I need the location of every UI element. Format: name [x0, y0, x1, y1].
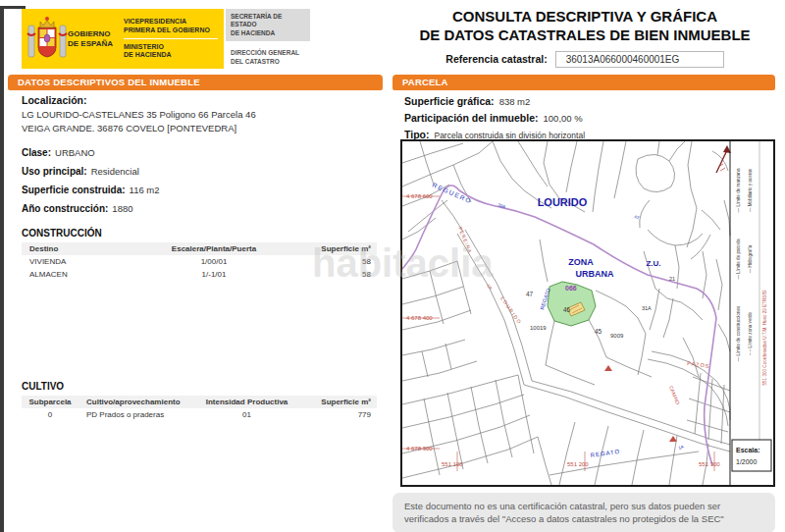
- legend-item-mobiliario: — Mobiliario y aceras: [748, 168, 753, 212]
- utm-coord-y3: 4 678 300: [406, 446, 433, 452]
- cultivo-section: CULTIVO Subparcela Cultivo/aprovechamien…: [22, 381, 377, 421]
- document-title-block: CONSULTA DESCRIPTIVA Y GRÁFICA DE DATOS …: [392, 8, 777, 68]
- localizacion-label: Localización:: [22, 94, 377, 106]
- cadastral-map: LOURIDO ZONA URBANA Z.U. REGUERO REGATO …: [402, 141, 773, 485]
- north-arrow-icon: [716, 145, 731, 173]
- map-label-urbana: URBANA: [576, 269, 614, 279]
- secretaria-block: SECRETARÍA DE ESTADO DE HACIENDA DIRECCI…: [226, 9, 310, 66]
- parcel-number-21: 21: [669, 276, 675, 282]
- map-label-road-camino: CAMINO: [668, 385, 681, 405]
- page-left-edge: [0, 6, 4, 532]
- scale-box: [732, 440, 771, 471]
- legend-item-zona-verde: – – Límite zona verde: [748, 311, 753, 355]
- parcel-number-10019: 10019: [530, 325, 547, 331]
- parcel-number-1a: 1A: [678, 444, 685, 451]
- utm-grid-ticks: [402, 196, 714, 471]
- utm-coord-x2: 551 200: [567, 461, 589, 467]
- localizacion-line2: VEIGA GRANDE. 36876 COVELO [PONTEVEDRA]: [22, 123, 377, 133]
- map-label-regato-bottom: REGATO: [590, 449, 620, 458]
- river-hidrografia: [402, 186, 716, 465]
- utm-coord-y2: 4 678 400: [406, 315, 433, 321]
- river-number-42: 42: [634, 214, 641, 220]
- scale-value: 1/2000: [736, 458, 758, 465]
- direccion-catastro-label: DIRECCIÓN GENERAL DEL CATASTRO: [226, 49, 310, 66]
- ministry-labels: VICEPRESIDENCIA PRIMERA DEL GOBIERNO MIN…: [124, 18, 218, 60]
- scale-label: Escala:: [736, 447, 760, 453]
- cultivo-title: CULTIVO: [22, 381, 377, 392]
- vicepresidencia-label: VICEPRESIDENCIA PRIMERA DEL GOBIERNO: [124, 18, 218, 34]
- parcel-number-9009: 9009: [610, 333, 624, 339]
- uso-principal-field: Uso principal:Residencial: [22, 163, 377, 178]
- manzana-number: 066: [565, 285, 577, 292]
- ministry-divider: [124, 38, 218, 39]
- property-fields: Clase:URBANO Uso principal:Residencial S…: [22, 144, 377, 215]
- legend-item-hidrografia: — Hidrografía: [748, 244, 753, 273]
- table-row: 0 PD Prados o praderas 01 779: [22, 408, 377, 421]
- map-label-road-cr: CR: [486, 283, 494, 291]
- spain-coat-of-arms-icon: [26, 14, 68, 65]
- river-number-30a: 30A: [497, 202, 506, 209]
- participacion-field: Participación del inmueble:100,00 %: [404, 109, 775, 126]
- legend-item-manzana: — Límite de manzana: [736, 168, 741, 212]
- parcela-panel: Superficie gráfica:838 m2 Participación …: [404, 92, 775, 143]
- secretaria-label: SECRETARÍA DE ESTADO DE HACIENDA: [226, 9, 310, 41]
- cultivo-table-header: Subparcela Cultivo/aprovechamiento Inten…: [22, 396, 377, 408]
- legend-item-parcela: — Límite de parcela: [736, 239, 741, 280]
- section-bar-datos-descriptivos: DATOS DESCRIPTIVOS DEL INMUEBLE: [8, 75, 383, 90]
- government-logo-block: GOBIERNO DE ESPAÑA VICEPRESIDENCIA PRIME…: [22, 9, 224, 69]
- referencia-label: Referencia catastral:: [445, 53, 547, 65]
- cadastral-document-page: GOBIERNO DE ESPAÑA VICEPRESIDENCIA PRIME…: [0, 0, 785, 532]
- parcel-number-31a: 31A: [642, 305, 652, 311]
- parcel-number-47: 47: [526, 291, 534, 297]
- superficie-grafica-field: Superficie gráfica:838 m2: [404, 92, 775, 109]
- map-label-road-pazos: PAZOS: [687, 360, 710, 369]
- ministerio-label: MINISTERIO DE HACIENDA: [124, 43, 218, 60]
- construccion-table: Destino Escalera/Planta/Puerta Superfici…: [22, 242, 377, 281]
- map-label-zona: ZONA: [568, 257, 594, 267]
- gobierno-espana-label: GOBIERNO DE ESPAÑA: [68, 29, 119, 49]
- utm-coord-x1: 551 100: [442, 461, 463, 467]
- parcel-number-45: 45: [595, 328, 602, 335]
- superficie-construida-field: Superficie construida:116 m2: [22, 182, 377, 196]
- parcel-number-46: 46: [563, 306, 571, 313]
- legend-item-construcciones: — Límite de construcciones: [736, 305, 741, 361]
- legend-utm-note: 551 300 Coordenadas U.T.M. Huso 29 ETRS8…: [762, 290, 767, 385]
- survey-mark: [604, 365, 612, 371]
- clase-field: Clase:URBANO: [22, 144, 377, 159]
- referencia-value: 36013A066000460001EG: [555, 51, 724, 68]
- table-row: VIVIENDA 1/00/01 58: [22, 255, 377, 268]
- referencia-catastral-row: Referencia catastral: 36013A066000460001…: [392, 51, 777, 68]
- cultivo-table: Subparcela Cultivo/aprovechamiento Inten…: [22, 396, 377, 421]
- map-label-town: LOURIDO: [538, 196, 588, 208]
- document-title: CONSULTA DESCRIPTIVA Y GRÁFICA DE DATOS …: [392, 8, 777, 45]
- utm-coord-y1: 4 678 600: [406, 193, 433, 199]
- map-label-road-lourido: LOURIDO: [499, 295, 523, 326]
- survey-mark: [669, 436, 677, 442]
- datos-descriptivos-panel: Localización: LG LOURIDO-CASTELANES 35 P…: [22, 94, 377, 281]
- construccion-title: CONSTRUCCIÓN: [22, 228, 377, 239]
- construccion-table-header: Destino Escalera/Planta/Puerta Superfici…: [22, 242, 377, 255]
- disclaimer-note: Este documento no es una certificación c…: [392, 493, 775, 532]
- cadastral-map-frame: LOURIDO ZONA URBANA Z.U. REGUERO REGATO …: [400, 139, 775, 487]
- utm-coord-x3: 551 300: [699, 461, 720, 467]
- localizacion-line1: LG LOURIDO-CASTELANES 35 Poligono 66 Par…: [22, 109, 377, 120]
- section-bar-parcela: PARCELA: [392, 75, 775, 90]
- map-label-zu: Z.U.: [646, 259, 660, 268]
- table-row: ALMACEN 1/-1/01 58: [22, 268, 377, 281]
- anio-construccion-field: Año construcción:1880: [22, 200, 377, 215]
